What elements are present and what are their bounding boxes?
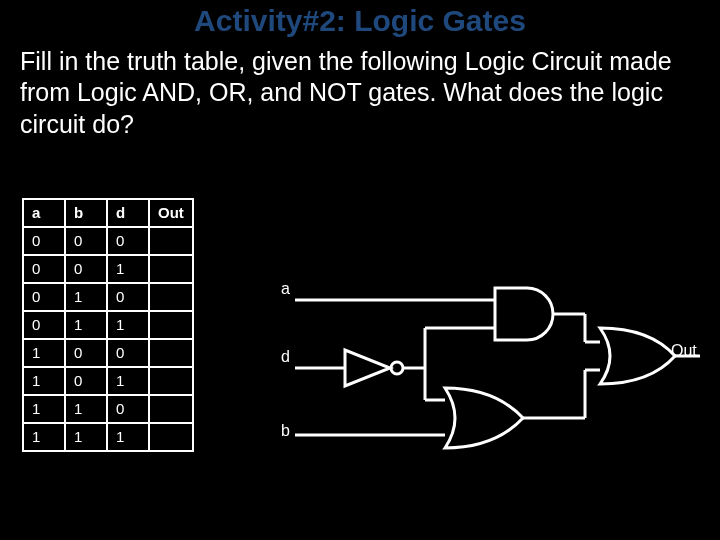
table-row: 1 1 0 xyxy=(23,395,193,423)
cell xyxy=(149,255,193,283)
cell: 0 xyxy=(107,339,149,367)
cell: 1 xyxy=(107,367,149,395)
cell: 1 xyxy=(23,395,65,423)
table-row: 0 1 1 xyxy=(23,311,193,339)
content-area: a b d Out 0 0 0 0 0 1 xyxy=(0,198,720,452)
table-row: 0 1 0 xyxy=(23,283,193,311)
cell: 1 xyxy=(107,311,149,339)
cell: 0 xyxy=(23,311,65,339)
slide-title: Activity#2: Logic Gates xyxy=(0,0,720,38)
cell: 1 xyxy=(65,395,107,423)
table-row: 0 0 0 xyxy=(23,227,193,255)
col-header-d: d xyxy=(107,199,149,227)
col-header-a: a xyxy=(23,199,65,227)
cell: 0 xyxy=(23,227,65,255)
cell xyxy=(149,423,193,451)
logic-circuit-diagram: a d b Out xyxy=(265,270,705,460)
table-row: 1 0 1 xyxy=(23,367,193,395)
slide: Activity#2: Logic Gates Fill in the trut… xyxy=(0,0,720,540)
cell: 0 xyxy=(107,395,149,423)
cell: 0 xyxy=(65,255,107,283)
table-row: 0 0 1 xyxy=(23,255,193,283)
cell: 1 xyxy=(65,283,107,311)
cell xyxy=(149,395,193,423)
col-header-b: b xyxy=(65,199,107,227)
instruction-text: Fill in the truth table, given the follo… xyxy=(0,38,720,140)
cell: 0 xyxy=(65,339,107,367)
table-header-row: a b d Out xyxy=(23,199,193,227)
cell: 1 xyxy=(65,423,107,451)
cell: 1 xyxy=(23,423,65,451)
cell xyxy=(149,227,193,255)
cell: 1 xyxy=(23,339,65,367)
col-header-out: Out xyxy=(149,199,193,227)
circuit-svg xyxy=(265,270,705,460)
cell: 0 xyxy=(107,227,149,255)
cell: 0 xyxy=(107,283,149,311)
cell: 0 xyxy=(23,283,65,311)
cell: 0 xyxy=(65,227,107,255)
cell xyxy=(149,367,193,395)
cell xyxy=(149,339,193,367)
truth-table: a b d Out 0 0 0 0 0 1 xyxy=(22,198,194,452)
cell: 1 xyxy=(23,367,65,395)
cell: 1 xyxy=(65,311,107,339)
cell xyxy=(149,283,193,311)
table-row: 1 1 1 xyxy=(23,423,193,451)
cell: 1 xyxy=(107,255,149,283)
cell: 0 xyxy=(65,367,107,395)
cell xyxy=(149,311,193,339)
cell: 0 xyxy=(23,255,65,283)
table-row: 1 0 0 xyxy=(23,339,193,367)
cell: 1 xyxy=(107,423,149,451)
